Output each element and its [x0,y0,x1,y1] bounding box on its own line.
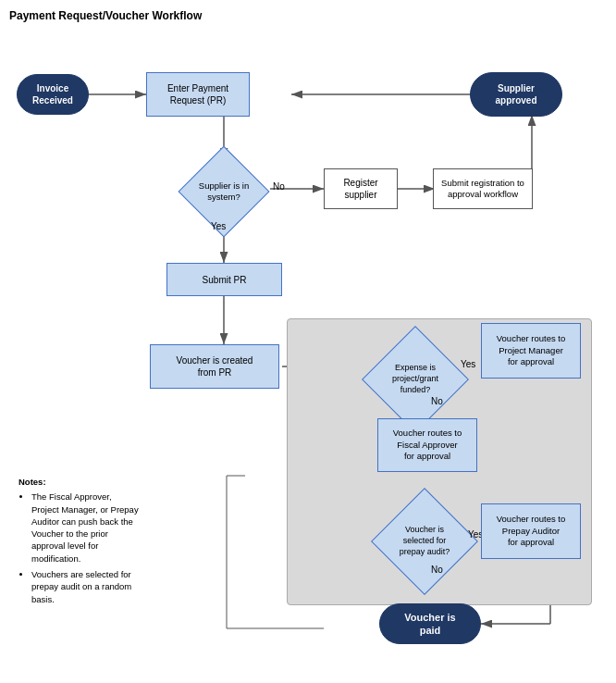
no-supplier-label: No [273,181,285,192]
page-title: Payment Request/Voucher Workflow [9,9,607,22]
no-expense-label: No [431,396,443,406]
enter-pr-node: Enter Payment Request (PR) [146,72,250,117]
supplier-approved-node: Supplier approved [470,72,562,117]
notes-item-1: The Fiscal Approver, Project Manager, or… [31,491,139,565]
supplier-system-diamond: Supplier is in system? [191,159,256,224]
yes-expense-label: Yes [461,359,475,369]
submit-registration-node: Submit registration to approval workflow [433,168,533,209]
yes-supplier-label: Yes [211,221,226,231]
invoice-received-node: Invoice Received [17,74,89,115]
notes-item-2: Vouchers are selected for prepay audit o… [31,568,139,605]
voucher-selected-diamond: Voucher is selected for prepay audit? [387,503,462,579]
no-prepay-label: No [431,565,443,575]
notes-list: The Fiscal Approver, Project Manager, or… [18,491,139,605]
voucher-paid-node: Voucher is paid [379,603,481,644]
voucher-fiscal-node: Voucher routes to Fiscal Approver for ap… [377,418,477,472]
voucher-pm-node: Voucher routes to Project Manager for ap… [481,323,581,379]
register-supplier-node: Register supplier [324,168,398,209]
voucher-prepay-node: Voucher routes to Prepay Auditor for app… [481,503,581,559]
notes-title: Notes: [18,476,139,488]
notes-section: Notes: The Fiscal Approver, Project Mana… [18,476,139,609]
submit-pr-node: Submit PR [166,263,282,296]
voucher-created-node: Voucher is created from PR [150,344,279,389]
